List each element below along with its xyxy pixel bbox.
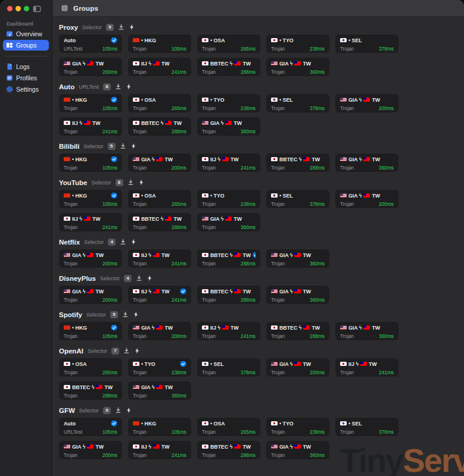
proxy-card[interactable]: BBTEC ϟ TWTrojan288ms <box>128 213 191 231</box>
proxy-card[interactable]: • TYOTrojan238ms <box>128 358 191 377</box>
proxy-card[interactable]: GIA ϟ TWTrojan360ms <box>266 441 329 459</box>
download-button[interactable] <box>122 311 129 318</box>
proxy-card[interactable]: IIJ ϟ TWTrojan241ms <box>128 249 191 268</box>
download-button[interactable] <box>118 24 124 30</box>
proxy-card[interactable]: GIA ϟ TWTrojan360ms <box>266 249 329 268</box>
proxy-latency: 241ms <box>172 69 186 75</box>
proxy-card[interactable]: BBTEC ϟ TWTrojan288ms <box>128 117 191 136</box>
zoom-button[interactable] <box>24 6 29 11</box>
latency-test-button[interactable] <box>130 143 137 149</box>
proxy-card[interactable]: BBTEC ϟ TWTrojan288ms <box>197 249 260 268</box>
proxy-latency: 288ms <box>241 261 256 267</box>
proxy-card[interactable]: GIA ϟ TWTrojan360ms <box>266 58 329 76</box>
proxy-card[interactable]: GIA ϟ TWTrojan360ms <box>266 286 329 304</box>
latency-test-button[interactable] <box>126 83 132 90</box>
proxy-type: Trojan <box>340 201 354 207</box>
proxy-card[interactable]: GIA ϟ TWTrojan360ms <box>128 381 191 400</box>
proxy-card[interactable]: BBTEC ϟ TWTrojan288ms <box>197 58 260 76</box>
proxy-card[interactable]: • TYOTrojan238ms <box>266 35 329 53</box>
proxy-card[interactable]: BBTEC ϟ TWTrojan288ms <box>59 381 122 400</box>
close-button[interactable] <box>7 6 13 11</box>
proxy-card[interactable]: IIJ ϟ TWTrojan241ms <box>197 322 260 340</box>
proxy-card[interactable]: GIA ϟ TWTrojan200ms <box>59 441 122 459</box>
proxy-card[interactable]: • HKGTrojan105ms <box>128 35 191 53</box>
proxy-card[interactable]: IIJ ϟ TWTrojan241ms <box>128 58 191 76</box>
flag-us-icon <box>340 193 347 198</box>
proxy-card[interactable]: GIA ϟ TWTrojan200ms <box>59 249 122 268</box>
proxy-card[interactable]: BBTEC ϟ TWTrojan288ms <box>197 286 260 304</box>
proxy-type: Trojan <box>64 452 77 458</box>
proxy-type: Trojan <box>202 129 216 134</box>
proxy-card[interactable]: GIA ϟ TWTrojan200ms <box>59 58 122 76</box>
proxy-card[interactable]: AutoURLTest105ms <box>59 418 122 436</box>
download-button[interactable] <box>136 275 142 281</box>
proxy-card[interactable]: BBTEC ϟ TWTrojan288ms <box>266 322 329 340</box>
proxy-card[interactable]: • TYOTrojan238ms <box>197 94 260 112</box>
sidebar-item-logs[interactable]: Logs <box>3 61 49 72</box>
download-button[interactable] <box>115 407 122 414</box>
latency-test-button[interactable] <box>133 311 139 318</box>
proxy-card[interactable]: GIA ϟ TWTrojan360ms <box>197 213 260 231</box>
proxy-card[interactable]: • SELTrojan378ms <box>197 358 260 377</box>
proxy-card[interactable]: GIA ϟ TWTrojan360ms <box>197 117 260 136</box>
latency-test-button[interactable] <box>129 24 135 30</box>
download-button[interactable] <box>123 347 130 354</box>
proxy-card[interactable]: GIA ϟ TWTrojan200ms <box>335 94 398 112</box>
sidebar-item-groups[interactable]: Groups <box>3 40 49 51</box>
flag-tw-icon <box>156 157 163 162</box>
proxy-card[interactable]: • SELTrojan378ms <box>335 35 398 53</box>
proxy-card[interactable]: IIJ ϟ TWTrojan241ms <box>128 286 191 304</box>
proxy-card[interactable]: • SELTrojan378ms <box>266 94 329 112</box>
proxy-card[interactable]: IIJ ϟ TWTrojan241ms <box>335 358 398 377</box>
latency-test-button[interactable] <box>147 275 153 281</box>
proxy-card[interactable]: • TYOTrojan238ms <box>266 418 329 436</box>
proxy-card[interactable]: • SELTrojan378ms <box>266 190 329 208</box>
proxy-card[interactable]: IIJ ϟ TWTrojan241ms <box>59 117 122 136</box>
latency-test-button[interactable] <box>134 347 141 354</box>
proxy-card[interactable]: • OSATrojan265ms <box>197 418 260 436</box>
proxy-card[interactable]: • OSATrojan265ms <box>197 35 260 53</box>
proxy-card[interactable]: IIJ ϟ TWTrojan241ms <box>197 154 260 172</box>
sidebar-item-profiles[interactable]: Profiles <box>3 73 49 83</box>
download-button[interactable] <box>127 179 134 186</box>
proxy-card[interactable]: • HKGTrojan105ms <box>128 418 191 436</box>
proxy-card[interactable]: • OSATrojan265ms <box>59 358 122 377</box>
proxy-card[interactable]: BBTEC ϟ TWTrojan288ms <box>197 441 260 459</box>
sidebar-toggle-icon[interactable] <box>33 5 41 13</box>
proxy-name: GIA ϟ TW <box>133 156 186 162</box>
group-type-label: Selector <box>82 24 102 30</box>
flag-hk-icon <box>133 421 139 426</box>
proxy-card[interactable]: • OSATrojan265ms <box>128 190 191 208</box>
proxy-card[interactable]: GIA ϟ TWTrojan200ms <box>335 190 398 208</box>
proxy-card[interactable]: AutoURLTest105ms <box>59 35 122 53</box>
sidebar-item-overview[interactable]: Overview <box>3 29 49 39</box>
proxy-card[interactable]: GIA ϟ TWTrojan200ms <box>128 154 191 172</box>
latency-test-button[interactable] <box>138 179 145 186</box>
group-type-label: Selector <box>86 312 106 318</box>
minimize-button[interactable] <box>15 6 21 11</box>
proxy-card[interactable]: GIA ϟ TWTrojan200ms <box>128 322 191 340</box>
proxy-card[interactable]: • SELTrojan378ms <box>335 418 398 436</box>
flag-tw-icon <box>225 121 232 126</box>
proxy-card[interactable]: • HKGTrojan105ms <box>59 94 122 112</box>
proxy-card[interactable]: BBTEC ϟ TWTrojan288ms <box>266 154 329 172</box>
proxy-card[interactable]: • TYOTrojan238ms <box>197 190 260 208</box>
proxy-card[interactable]: GIA ϟ TWTrojan200ms <box>266 358 329 377</box>
proxy-card[interactable]: IIJ ϟ TWTrojan241ms <box>59 213 122 231</box>
latency-test-button[interactable] <box>126 407 132 414</box>
proxy-meta: Trojan378ms <box>202 369 256 375</box>
download-button[interactable] <box>120 143 126 149</box>
proxy-card[interactable]: • OSATrojan265ms <box>128 94 191 112</box>
proxy-card[interactable]: • HKGTrojan105ms <box>59 190 122 208</box>
proxy-card[interactable]: • HKGTrojan105ms <box>59 154 122 172</box>
download-button[interactable] <box>115 83 122 90</box>
proxy-card[interactable]: GIA ϟ TWTrojan200ms <box>59 286 122 304</box>
proxy-card[interactable]: • HKGTrojan105ms <box>59 322 122 340</box>
latency-test-button[interactable] <box>130 239 137 245</box>
download-button[interactable] <box>120 239 126 245</box>
proxy-card[interactable]: GIA ϟ TWTrojan360ms <box>335 154 398 172</box>
proxy-card[interactable]: GIA ϟ TWTrojan360ms <box>335 322 398 340</box>
proxy-card[interactable]: IIJ ϟ TWTrojan241ms <box>128 441 191 459</box>
sidebar-item-settings[interactable]: Settings <box>3 84 49 95</box>
flag-us-icon <box>340 325 347 330</box>
